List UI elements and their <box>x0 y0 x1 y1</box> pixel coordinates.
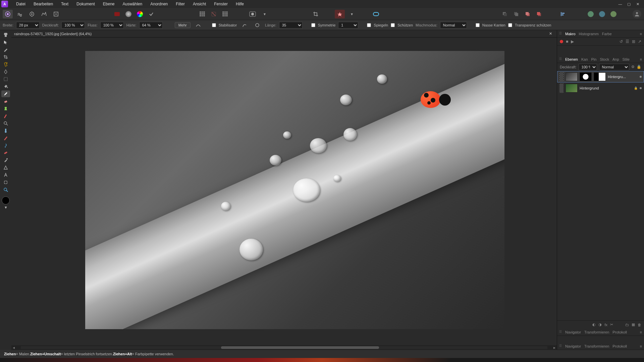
delete-layer-icon[interactable]: 🗑 <box>638 323 641 327</box>
add-layer-icon[interactable]: ▦ <box>632 322 635 327</box>
move-forward-icon[interactable] <box>523 10 533 18</box>
color-picker-icon[interactable] <box>1 157 10 164</box>
liquify-persona-icon[interactable] <box>15 10 25 18</box>
document-tab-close-icon[interactable]: ✕ <box>547 32 554 36</box>
dodge-tool-icon[interactable] <box>1 120 10 127</box>
layer-blend-select[interactable]: Normal <box>599 64 629 70</box>
pen-tool-icon[interactable] <box>1 68 10 75</box>
protect-checkbox[interactable] <box>391 23 395 27</box>
crop-icon[interactable] <box>311 10 321 18</box>
crop-layer-icon[interactable]: ✂ <box>610 322 613 327</box>
move-tool-icon[interactable] <box>1 39 10 46</box>
pencil-tool-icon[interactable] <box>1 135 10 141</box>
photo-persona-icon[interactable] <box>3 10 13 18</box>
tab-pin[interactable]: Pin <box>591 57 597 61</box>
minimize-icon[interactable]: — <box>618 2 623 6</box>
menu-auswaehlen[interactable]: Auswählen <box>118 0 146 8</box>
quickmask-dropdown-icon[interactable]: ▾ <box>260 10 270 18</box>
navigator-panel-menu-icon[interactable]: ≡ <box>640 330 642 334</box>
tab-transformieren-2[interactable]: Transformieren <box>584 344 609 348</box>
tab-stile[interactable]: Stile <box>623 57 630 61</box>
opacity-input[interactable]: 100 % <box>61 22 85 28</box>
menu-datei[interactable]: Datei <box>12 0 30 8</box>
inpaint-tool-icon[interactable] <box>1 113 10 119</box>
macro-list-icon[interactable]: ☰ <box>626 39 629 44</box>
autocolor-icon[interactable] <box>146 10 156 18</box>
macro-reset-icon[interactable]: ↺ <box>620 39 623 44</box>
tab-protokoll[interactable]: Protokoll <box>612 330 627 334</box>
document-tab-title[interactable]: raindrops-574971_1920.jpg [Geändert] (64… <box>14 32 92 36</box>
protect-alpha-checkbox[interactable] <box>508 23 512 27</box>
play-icon[interactable]: ▶ <box>571 39 574 44</box>
menu-ebene[interactable]: Ebene <box>99 0 119 8</box>
mask-layer-icon[interactable]: ◐ <box>592 322 596 327</box>
group-layer-icon[interactable]: 🗀 <box>625 323 629 327</box>
pressure-icon[interactable] <box>193 21 203 29</box>
length-input[interactable]: 35 <box>279 22 303 28</box>
intersect-shapes-icon[interactable] <box>608 10 619 18</box>
layer-visibility-icon[interactable] <box>559 72 564 81</box>
move-backward-icon[interactable] <box>511 10 521 18</box>
navigator2-panel-menu-icon[interactable]: ≡ <box>640 344 642 348</box>
crop-tool-icon[interactable] <box>1 54 10 60</box>
swap-colors-icon[interactable]: ▾ <box>1 205 10 209</box>
layer-row[interactable]: Hintergrund 🔒 <box>557 82 644 94</box>
macro-add-icon[interactable]: ⊞ <box>632 39 635 44</box>
mirror-checkbox[interactable] <box>367 23 371 27</box>
liquify-tool-icon[interactable] <box>1 142 10 149</box>
record-icon[interactable] <box>560 40 563 43</box>
menu-dokument[interactable]: Dokument <box>72 0 99 8</box>
layer-visibility-dot[interactable] <box>640 87 642 89</box>
macro-export-icon[interactable]: ↗ <box>638 39 641 44</box>
blend-select[interactable]: Normal <box>440 22 467 28</box>
menu-bearbeiten[interactable]: Bearbeiten <box>30 0 57 8</box>
invert-selection-icon[interactable] <box>220 10 230 18</box>
layers-panel-menu-icon[interactable]: ≡ <box>640 57 642 61</box>
tab-ebenen[interactable]: Ebenen <box>565 57 578 61</box>
macro-panel-menu-icon[interactable]: ≡ <box>640 32 642 36</box>
layer-gear-icon[interactable]: ⚙ <box>631 65 635 69</box>
export-persona-icon[interactable] <box>51 10 61 18</box>
close-icon[interactable]: ✕ <box>635 2 640 6</box>
assistant-icon[interactable] <box>335 10 345 18</box>
tab-navigator[interactable]: Navigator <box>565 330 581 334</box>
adjustment-layer-icon[interactable]: ◑ <box>598 322 602 327</box>
tab-histogramm[interactable]: Histogramm <box>579 32 599 36</box>
layer-visibility-dot[interactable] <box>640 76 642 78</box>
tab-protokoll-2[interactable]: Protokoll <box>612 344 627 348</box>
shape-tool-icon[interactable] <box>1 164 10 171</box>
view-tool-icon[interactable] <box>1 32 10 38</box>
menu-filter[interactable]: Filter <box>172 0 189 8</box>
mesh-warp-icon[interactable] <box>1 179 10 186</box>
tone-mapping-persona-icon[interactable] <box>39 10 49 18</box>
healing-tool-icon[interactable] <box>1 149 10 156</box>
tab-kan[interactable]: Kan <box>581 57 588 61</box>
align-icon[interactable] <box>558 10 568 18</box>
width-input[interactable]: 28 px <box>16 22 40 28</box>
tab-navigator-2[interactable]: Navigator <box>565 344 581 348</box>
assistant-dropdown-icon[interactable]: ▾ <box>347 10 357 18</box>
select-all-icon[interactable] <box>197 10 207 18</box>
add-shapes-icon[interactable] <box>586 10 596 18</box>
flood-select-icon[interactable] <box>1 61 10 68</box>
symmetry-checkbox[interactable] <box>311 23 315 27</box>
menu-ansicht[interactable]: Ansicht <box>189 0 210 8</box>
menu-hilfe[interactable]: Hilfe <box>232 0 248 8</box>
move-back-icon[interactable] <box>500 10 510 18</box>
layer-lock-icon[interactable]: 🔒 <box>637 65 641 69</box>
develop-persona-icon[interactable] <box>27 10 37 18</box>
retouch-tool-icon[interactable] <box>1 127 10 134</box>
move-front-icon[interactable] <box>534 10 544 18</box>
tab-transformieren[interactable]: Transformieren <box>584 330 609 334</box>
rope-mode-icon[interactable] <box>239 21 250 29</box>
tab-makro[interactable]: Makro <box>565 32 576 36</box>
text-tool-icon[interactable] <box>1 172 10 178</box>
foreground-color-well[interactable] <box>2 196 10 204</box>
stop-icon[interactable]: ■ <box>566 39 568 44</box>
tab-farbe[interactable]: Farbe <box>602 32 612 36</box>
layer-visibility-icon[interactable] <box>559 83 564 93</box>
hscroll-thumb[interactable] <box>221 346 379 349</box>
canvas-viewport[interactable] <box>11 38 557 345</box>
marquee-tool-icon[interactable] <box>1 76 10 82</box>
window-mode-icon[interactable] <box>252 21 262 29</box>
